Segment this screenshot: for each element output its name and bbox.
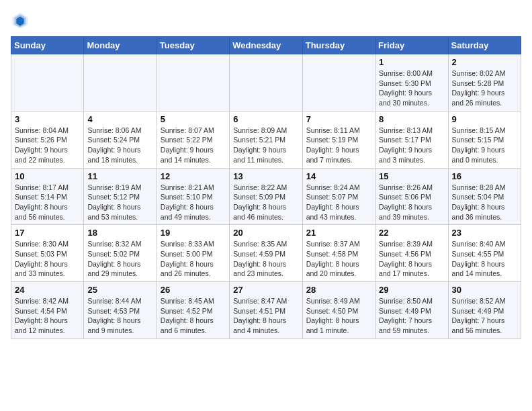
day-number: 10	[15, 171, 80, 181]
day-info: Sunrise: 8:09 AM Sunset: 5:21 PM Dayligh…	[233, 126, 298, 165]
day-info: Sunrise: 8:49 AM Sunset: 4:50 PM Dayligh…	[306, 296, 371, 336]
day-info: Sunrise: 8:24 AM Sunset: 5:07 PM Dayligh…	[306, 183, 371, 222]
weekday-header-saturday: Saturday	[448, 37, 521, 54]
day-cell: 14Sunrise: 8:24 AM Sunset: 5:07 PM Dayli…	[302, 168, 375, 225]
day-cell: 25Sunrise: 8:44 AM Sunset: 4:53 PM Dayli…	[84, 282, 157, 339]
day-info: Sunrise: 8:17 AM Sunset: 5:14 PM Dayligh…	[15, 183, 80, 222]
day-info: Sunrise: 8:30 AM Sunset: 5:03 PM Dayligh…	[15, 239, 80, 279]
day-cell: 19Sunrise: 8:33 AM Sunset: 5:00 PM Dayli…	[157, 225, 229, 282]
day-number: 19	[161, 228, 226, 238]
calendar-table: SundayMondayTuesdayWednesdayThursdayFrid…	[11, 36, 521, 339]
day-cell: 29Sunrise: 8:50 AM Sunset: 4:49 PM Dayli…	[375, 282, 448, 339]
day-cell	[157, 54, 229, 111]
day-number: 6	[233, 114, 298, 124]
day-number: 29	[379, 285, 444, 295]
day-number: 4	[87, 114, 152, 124]
weekday-header-tuesday: Tuesday	[157, 37, 229, 54]
day-cell: 10Sunrise: 8:17 AM Sunset: 5:14 PM Dayli…	[11, 168, 84, 225]
day-number: 12	[161, 171, 226, 181]
logo	[11, 11, 32, 30]
day-cell: 4Sunrise: 8:06 AM Sunset: 5:24 PM Daylig…	[84, 111, 157, 168]
weekday-header-monday: Monday	[84, 37, 157, 54]
day-info: Sunrise: 8:21 AM Sunset: 5:10 PM Dayligh…	[161, 183, 226, 222]
day-cell: 21Sunrise: 8:37 AM Sunset: 4:58 PM Dayli…	[302, 225, 375, 282]
day-info: Sunrise: 8:47 AM Sunset: 4:51 PM Dayligh…	[233, 296, 298, 336]
day-cell	[84, 54, 157, 111]
day-info: Sunrise: 8:50 AM Sunset: 4:49 PM Dayligh…	[379, 296, 444, 336]
day-cell: 27Sunrise: 8:47 AM Sunset: 4:51 PM Dayli…	[230, 282, 302, 339]
day-info: Sunrise: 8:11 AM Sunset: 5:19 PM Dayligh…	[306, 126, 371, 165]
day-cell: 1Sunrise: 8:00 AM Sunset: 5:30 PM Daylig…	[375, 54, 448, 111]
logo-icon	[11, 11, 30, 30]
weekday-header-row: SundayMondayTuesdayWednesdayThursdayFrid…	[11, 37, 521, 54]
day-number: 11	[87, 171, 152, 181]
day-info: Sunrise: 8:26 AM Sunset: 5:06 PM Dayligh…	[379, 183, 444, 222]
day-info: Sunrise: 8:13 AM Sunset: 5:17 PM Dayligh…	[379, 126, 444, 165]
day-cell: 17Sunrise: 8:30 AM Sunset: 5:03 PM Dayli…	[11, 225, 84, 282]
day-info: Sunrise: 8:42 AM Sunset: 4:54 PM Dayligh…	[15, 296, 80, 336]
day-cell: 9Sunrise: 8:15 AM Sunset: 5:15 PM Daylig…	[448, 111, 521, 168]
weekday-header-friday: Friday	[375, 37, 448, 54]
day-cell: 24Sunrise: 8:42 AM Sunset: 4:54 PM Dayli…	[11, 282, 84, 339]
day-cell: 28Sunrise: 8:49 AM Sunset: 4:50 PM Dayli…	[302, 282, 375, 339]
day-info: Sunrise: 8:33 AM Sunset: 5:00 PM Dayligh…	[161, 239, 226, 279]
day-cell	[230, 54, 302, 111]
day-info: Sunrise: 8:52 AM Sunset: 4:49 PM Dayligh…	[452, 296, 517, 336]
day-cell: 26Sunrise: 8:45 AM Sunset: 4:52 PM Dayli…	[157, 282, 229, 339]
week-row-5: 24Sunrise: 8:42 AM Sunset: 4:54 PM Dayli…	[11, 282, 521, 339]
day-cell: 3Sunrise: 8:04 AM Sunset: 5:26 PM Daylig…	[11, 111, 84, 168]
day-cell: 8Sunrise: 8:13 AM Sunset: 5:17 PM Daylig…	[375, 111, 448, 168]
day-cell: 6Sunrise: 8:09 AM Sunset: 5:21 PM Daylig…	[230, 111, 302, 168]
day-cell: 11Sunrise: 8:19 AM Sunset: 5:12 PM Dayli…	[84, 168, 157, 225]
day-cell	[11, 54, 84, 111]
day-info: Sunrise: 8:00 AM Sunset: 5:30 PM Dayligh…	[379, 68, 444, 108]
week-row-1: 1Sunrise: 8:00 AM Sunset: 5:30 PM Daylig…	[11, 54, 521, 111]
day-number: 16	[452, 171, 517, 181]
day-info: Sunrise: 8:22 AM Sunset: 5:09 PM Dayligh…	[233, 183, 298, 222]
day-cell: 23Sunrise: 8:40 AM Sunset: 4:55 PM Dayli…	[448, 225, 521, 282]
day-cell: 13Sunrise: 8:22 AM Sunset: 5:09 PM Dayli…	[230, 168, 302, 225]
day-info: Sunrise: 8:39 AM Sunset: 4:56 PM Dayligh…	[379, 239, 444, 279]
day-number: 28	[306, 285, 371, 295]
weekday-header-wednesday: Wednesday	[230, 37, 302, 54]
day-number: 17	[15, 228, 80, 238]
day-cell: 20Sunrise: 8:35 AM Sunset: 4:59 PM Dayli…	[230, 225, 302, 282]
day-cell: 30Sunrise: 8:52 AM Sunset: 4:49 PM Dayli…	[448, 282, 521, 339]
weekday-header-sunday: Sunday	[11, 37, 84, 54]
day-cell: 2Sunrise: 8:02 AM Sunset: 5:28 PM Daylig…	[448, 54, 521, 111]
day-info: Sunrise: 8:40 AM Sunset: 4:55 PM Dayligh…	[452, 239, 517, 279]
day-number: 9	[452, 114, 517, 124]
week-row-3: 10Sunrise: 8:17 AM Sunset: 5:14 PM Dayli…	[11, 168, 521, 225]
day-number: 22	[379, 228, 444, 238]
day-info: Sunrise: 8:04 AM Sunset: 5:26 PM Dayligh…	[15, 126, 80, 165]
day-number: 23	[452, 228, 517, 238]
week-row-2: 3Sunrise: 8:04 AM Sunset: 5:26 PM Daylig…	[11, 111, 521, 168]
day-cell: 22Sunrise: 8:39 AM Sunset: 4:56 PM Dayli…	[375, 225, 448, 282]
day-info: Sunrise: 8:06 AM Sunset: 5:24 PM Dayligh…	[87, 126, 152, 165]
day-info: Sunrise: 8:02 AM Sunset: 5:28 PM Dayligh…	[452, 68, 517, 108]
week-row-4: 17Sunrise: 8:30 AM Sunset: 5:03 PM Dayli…	[11, 225, 521, 282]
day-cell: 12Sunrise: 8:21 AM Sunset: 5:10 PM Dayli…	[157, 168, 229, 225]
day-info: Sunrise: 8:37 AM Sunset: 4:58 PM Dayligh…	[306, 239, 371, 279]
day-number: 7	[306, 114, 371, 124]
day-number: 15	[379, 171, 444, 181]
day-info: Sunrise: 8:28 AM Sunset: 5:04 PM Dayligh…	[452, 183, 517, 222]
day-number: 18	[87, 228, 152, 238]
day-info: Sunrise: 8:19 AM Sunset: 5:12 PM Dayligh…	[87, 183, 152, 222]
day-number: 3	[15, 114, 80, 124]
day-info: Sunrise: 8:44 AM Sunset: 4:53 PM Dayligh…	[87, 296, 152, 336]
day-number: 8	[379, 114, 444, 124]
day-number: 2	[452, 57, 517, 67]
day-cell: 16Sunrise: 8:28 AM Sunset: 5:04 PM Dayli…	[448, 168, 521, 225]
day-number: 1	[379, 57, 444, 67]
day-number: 27	[233, 285, 298, 295]
day-info: Sunrise: 8:45 AM Sunset: 4:52 PM Dayligh…	[161, 296, 226, 336]
day-number: 5	[161, 114, 226, 124]
weekday-header-thursday: Thursday	[302, 37, 375, 54]
day-number: 25	[87, 285, 152, 295]
day-info: Sunrise: 8:35 AM Sunset: 4:59 PM Dayligh…	[233, 239, 298, 279]
day-number: 20	[233, 228, 298, 238]
day-number: 26	[161, 285, 226, 295]
day-number: 24	[15, 285, 80, 295]
day-info: Sunrise: 8:32 AM Sunset: 5:02 PM Dayligh…	[87, 239, 152, 279]
